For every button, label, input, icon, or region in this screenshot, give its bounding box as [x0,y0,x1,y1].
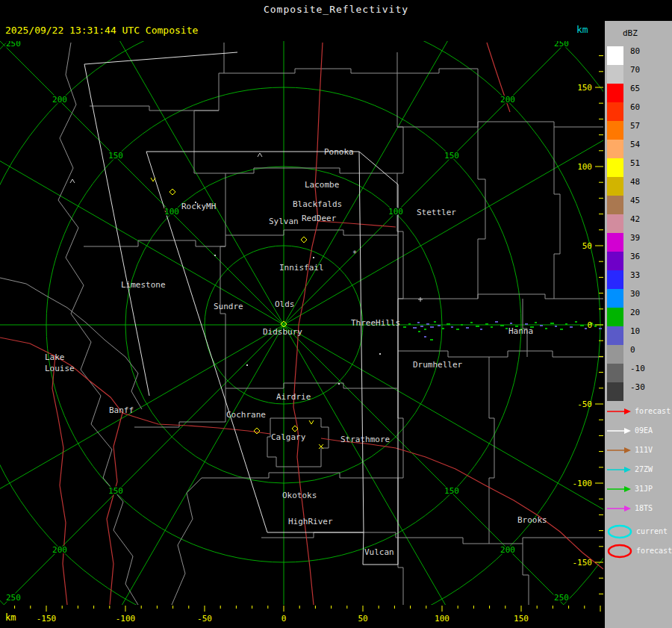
colorbar-swatch [607,270,623,289]
city-label: Lake [45,352,65,362]
radar-echo [420,326,423,327]
radar-echo [430,326,434,328]
range-label: 150 [108,151,123,161]
county-boundary [398,351,403,538]
colorbar-value: 36 [630,252,640,261]
range-label: 200 [52,95,67,105]
bottom-axis-label: 0 [281,614,287,624]
bottom-axis-label: -150 [37,614,57,624]
county-boundary [523,544,529,605]
legend-panel: dBZ 807065605754514845423936333020100-10… [605,21,672,628]
legend-ellipse-label: forecast [636,547,672,556]
radar-echo [434,321,436,323]
marker-dot [379,353,381,355]
radar-echo [418,331,420,332]
range-label: 250 [6,593,21,603]
colorbar-title: dBZ [623,28,638,38]
city-label: Limestone [121,280,166,290]
radar-display-window: 1001001501501501502002002002002502502502… [0,0,672,628]
colorbar-swatch [607,196,623,214]
right-axis-label: 0 [587,320,592,330]
city-label: RedDeer [302,214,337,223]
county-boundary [489,357,494,544]
legend-ellipse-icon [606,523,635,540]
radar-echo [575,321,577,323]
city-label: HighRiver [288,517,333,526]
radar-echo [485,323,488,325]
radar-echo [470,322,473,323]
colorbar-swatch [607,308,623,326]
horizontal-axis-unit: km [5,612,16,623]
marker-caret [70,179,75,183]
colorbar-swatch [607,84,623,102]
radar-echo [461,324,463,326]
colorbar-value: 20 [630,308,640,317]
county-boundary [397,122,603,127]
city-label: Brooks [517,515,547,525]
colorbar-swatch [607,214,623,233]
colorbar-value: -10 [630,364,645,373]
range-label: 200 [500,545,515,555]
vertical-axis-unit: km [576,24,588,35]
range-label: 100 [388,207,403,217]
radial-line [284,0,508,325]
county-boundary [478,127,485,299]
range-label: 150 [444,486,459,496]
county-boundary [225,230,397,235]
radial-line [0,8,284,325]
radar-echo [491,326,493,328]
colorbar-swatch [607,233,623,252]
radar-echo [426,323,429,325]
marker-dot [214,255,216,256]
county-boundary [194,168,397,173]
county-boundary [58,43,138,605]
radar-echo [500,325,504,326]
legend-ellipse-icon [606,543,635,559]
city-label: Okotoks [282,491,317,500]
city-marker-diamond [169,189,175,195]
legend-arrow-label: 18TS [635,504,653,513]
colorbar-swatch [607,382,623,401]
city-label: Innisfail [279,263,324,273]
radial-line [284,325,600,628]
city-label: Cochrane [226,410,266,420]
colorbar-swatch [607,140,623,158]
colorbar-swatch [607,345,623,364]
colorbar-value: 42 [630,215,640,223]
colorbar-value: 60 [630,103,640,111]
county-boundary [0,278,142,409]
radar-echo [525,323,528,325]
city-label: Calgary [271,432,306,442]
radar-echo [545,328,547,329]
radial-line [60,0,284,325]
bottom-axis-label: -50 [197,614,212,624]
radial-line [284,325,605,549]
radar-echo [403,326,406,328]
radar-echo [505,328,508,329]
legend-arrow-icon [606,446,632,455]
radial-line [284,325,508,628]
legend-arrow-label: 31JP [635,485,653,494]
legend-arrow-icon [606,504,632,513]
city-label: Louise [45,364,75,373]
radar-echo [476,326,479,327]
radar-coverage-boundary [84,52,237,396]
colorbar-value: 48 [630,178,640,186]
city-label: Blackfalds [293,199,342,209]
radar-echo [560,329,563,330]
legend-ellipse-label: current [636,527,668,536]
range-label: 200 [500,95,515,105]
colorbar-swatch [607,364,623,382]
city-marker-diamond [301,237,307,243]
city-label: Vulcan [364,547,394,557]
range-label: 250 [6,39,21,49]
colorbar-swatch [607,121,623,140]
radar-echo [570,326,573,328]
bottom-axis-label: 150 [514,614,529,624]
legend-arrow-label: forecast [635,407,671,416]
colorbar-swatch [607,158,623,177]
colorbar-swatch [607,252,623,270]
marker-dot [246,364,248,366]
radar-echo [456,329,459,330]
colorbar-swatch [607,102,623,121]
